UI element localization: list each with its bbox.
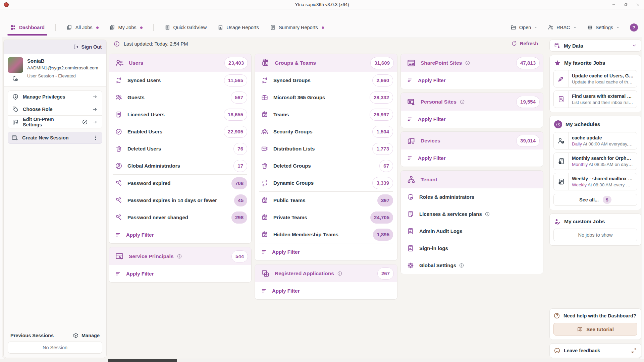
sharepoint-sites-card-header[interactable]: SharePoint Sites 47,813 — [401, 54, 543, 72]
new-session-icon — [11, 134, 18, 141]
stat-row-teams[interactable]: Teams26,997 — [255, 106, 397, 123]
tenant-card-header[interactable]: Tenant — [401, 171, 543, 188]
shield-check-icon — [407, 193, 414, 201]
users-card-header[interactable]: Users 23,403 — [109, 54, 251, 72]
stat-row-distribution-lists[interactable]: Distribution Lists1,773 — [255, 140, 397, 157]
help-button[interactable]: ? — [630, 23, 638, 32]
row-label: Roles & administrators — [419, 194, 474, 200]
apply-filter-button[interactable]: Apply Filter — [255, 243, 397, 260]
favorite-job-item[interactable]: Find users with external email ... List … — [553, 90, 637, 108]
report-doc-icon — [407, 245, 414, 252]
stat-row-public-teams[interactable]: Public Teams397 — [255, 192, 397, 209]
count-badge: 1,773 — [372, 143, 393, 155]
card-total-badge: 23,403 — [224, 57, 248, 69]
stat-row-synced-groups[interactable]: Synced Groups2,660 — [255, 72, 397, 89]
tenant-link-sign-in-logs[interactable]: Sign-in logs — [401, 240, 543, 257]
devices-card-header[interactable]: Devices 39,014 — [401, 132, 543, 149]
rbac-menu[interactable]: RBAC — [548, 24, 577, 31]
create-new-session-button[interactable]: Create New Session — [8, 132, 102, 144]
tenant-link-roles-administrators[interactable]: Roles & administrators — [401, 188, 543, 205]
stat-row-licensed-users[interactable]: Licensed Users18,655 — [109, 106, 251, 123]
stat-row-security-groups[interactable]: Security Groups1,504 — [255, 123, 397, 140]
stat-row-global-administrators[interactable]: Global Administrators17 — [109, 157, 251, 174]
tenant-link-licenses-services-plans[interactable]: Licenses & services plans — [401, 205, 543, 223]
stat-row-deleted-groups[interactable]: Deleted Groups67 — [255, 157, 397, 174]
schedule-item[interactable]: cache update Daily At 08:00 AM everyday,… — [553, 132, 637, 149]
shield-lock-icon — [12, 94, 19, 100]
tab-dashboard[interactable]: Dashboard — [10, 21, 45, 34]
tab-all-jobs[interactable]: All Jobs — [66, 21, 99, 34]
manage-sessions-button[interactable]: Manage — [73, 333, 100, 339]
scrollbar-thumb[interactable] — [108, 359, 177, 362]
more-options-icon[interactable] — [93, 135, 99, 141]
refresh-button[interactable]: Refresh — [511, 41, 538, 47]
stat-row-synced-users[interactable]: Synced Users11,565 — [109, 72, 251, 89]
tab-quick-gridview[interactable]: Quick GridView — [164, 21, 207, 34]
arrow-right-icon — [92, 119, 98, 125]
open-menu[interactable]: Open — [511, 24, 538, 31]
maximize-button[interactable] — [620, 0, 632, 9]
apply-filter-label: Apply Filter — [272, 288, 300, 294]
filter-icon — [407, 116, 414, 123]
apply-filter-button[interactable]: Apply Filter — [109, 226, 251, 243]
manage-privileges-item[interactable]: Manage Privileges — [8, 91, 102, 103]
stat-row-hidden-membership-teams[interactable]: Hidden Membership Teams1,895 — [255, 226, 397, 243]
groups-teams-card-header[interactable]: Groups & Teams 31,609 — [255, 54, 397, 72]
stat-row-microsoft-365-groups[interactable]: Microsoft 365 Groups28,332 — [255, 89, 397, 106]
apply-filter-button[interactable]: Apply Filter — [109, 265, 251, 282]
count-badge: 708 — [231, 177, 247, 189]
minimize-button[interactable] — [608, 0, 620, 9]
stat-row-private-teams[interactable]: Private Teams24,705 — [255, 209, 397, 226]
job-title: Update cache of Users, Groups... — [572, 73, 634, 78]
check-circle-icon — [82, 119, 88, 125]
users-card: Users 23,403 Synced Users11,565Guests567… — [109, 54, 252, 244]
service-principals-card-header[interactable]: Service Principals 544 — [109, 247, 251, 265]
tab-summary-reports[interactable]: Summary Reports — [270, 21, 324, 34]
feedback-card[interactable]: Leave feedback — [549, 343, 641, 358]
see-tutorial-button[interactable]: See tutorial — [553, 323, 637, 336]
map-icon — [577, 326, 583, 332]
apply-filter-button[interactable]: Apply Filter — [401, 149, 543, 167]
close-button[interactable] — [632, 0, 644, 9]
manage-label: Manage — [82, 333, 100, 338]
tenant-link-global-settings[interactable]: Global Settings — [401, 257, 543, 274]
tab-usage-reports[interactable]: Usage Reports — [217, 21, 259, 34]
tab-label: Dashboard — [19, 25, 45, 30]
apply-filter-button[interactable]: Apply Filter — [401, 72, 543, 89]
card-total-badge: 47,813 — [516, 57, 540, 69]
users-card-rows: Synced Users11,565Guests567Licensed User… — [109, 72, 251, 243]
count-badge: 397 — [377, 194, 393, 206]
registered-applications-card-header[interactable]: Registered Applications 267 — [255, 264, 397, 282]
apply-filter-button[interactable]: Apply Filter — [401, 111, 543, 128]
jobs-icon — [66, 24, 72, 31]
stat-row-deleted-users[interactable]: Deleted Users76 — [109, 140, 251, 157]
info-icon — [460, 99, 465, 105]
stat-row-guests[interactable]: Guests567 — [109, 89, 251, 106]
groups-teams-icon — [261, 59, 270, 67]
personal-sites-card-header[interactable]: Personal Sites 19,554 — [401, 93, 543, 111]
schedule-frequency: Weekly — [572, 182, 587, 187]
keys-icon — [115, 214, 122, 221]
apply-filter-button[interactable]: Apply Filter — [255, 282, 397, 299]
row-label: Synced Users — [127, 77, 161, 83]
stat-row-enabled-users[interactable]: Enabled Users22,905 — [109, 123, 251, 140]
settings-menu[interactable]: Settings — [587, 24, 620, 31]
schedule-item[interactable]: Monthly search for Orphan On... Monthly … — [553, 153, 637, 170]
person-pen-icon — [554, 218, 561, 225]
edit-onprem-settings-item[interactable]: Edit On-Prem Settings — [8, 116, 102, 128]
see-all-button[interactable]: See all... 5 — [553, 194, 637, 206]
horizontal-scrollbar[interactable] — [0, 359, 644, 362]
my-data-card[interactable]: My Data — [549, 40, 641, 52]
stat-row-password-expires-in-14-days-or-fewer[interactable]: Password expires in 14 days or fewer45 — [109, 192, 251, 209]
favorite-job-item[interactable]: Update cache of Users, Groups... Update … — [553, 70, 637, 87]
row-label: Security Groups — [273, 129, 313, 134]
stat-row-dynamic-groups[interactable]: Dynamic Groups3,339 — [255, 174, 397, 191]
stat-row-password-expired[interactable]: Password expired708 — [109, 175, 251, 192]
sync-icon — [115, 77, 122, 84]
schedule-item[interactable]: Weekly - shared mailbox email... Weekly … — [553, 173, 637, 190]
choose-role-item[interactable]: Choose Role — [8, 103, 102, 116]
tab-my-jobs[interactable]: My Jobs — [109, 21, 143, 34]
sign-out-button[interactable]: Sign Out — [73, 44, 102, 50]
stat-row-password-never-changed[interactable]: Password never changed298 — [109, 209, 251, 226]
tenant-link-admin-audit-logs[interactable]: Admin Audit Logs — [401, 223, 543, 240]
